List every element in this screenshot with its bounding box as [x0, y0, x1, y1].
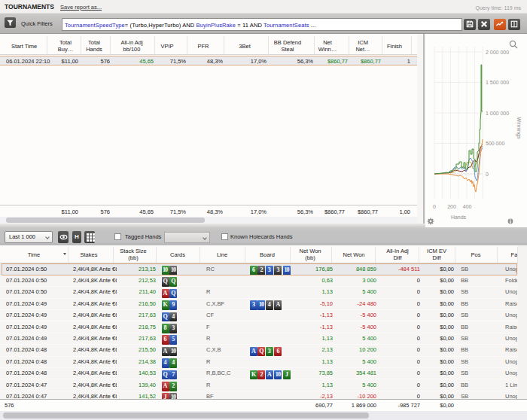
- svg-text:400: 400: [463, 204, 472, 209]
- svg-text:2 000 000: 2 000 000: [486, 50, 509, 55]
- svg-text:0: 0: [433, 204, 436, 209]
- svg-text:1 000 000: 1 000 000: [486, 111, 509, 116]
- svg-text:Hands: Hands: [451, 215, 467, 220]
- svg-text:0: 0: [486, 172, 489, 177]
- svg-text:500 000: 500 000: [486, 141, 504, 146]
- svg-text:1 500 000: 1 500 000: [486, 80, 509, 85]
- svg-text:200: 200: [447, 204, 456, 209]
- svg-text:Winnings: Winnings: [516, 117, 522, 139]
